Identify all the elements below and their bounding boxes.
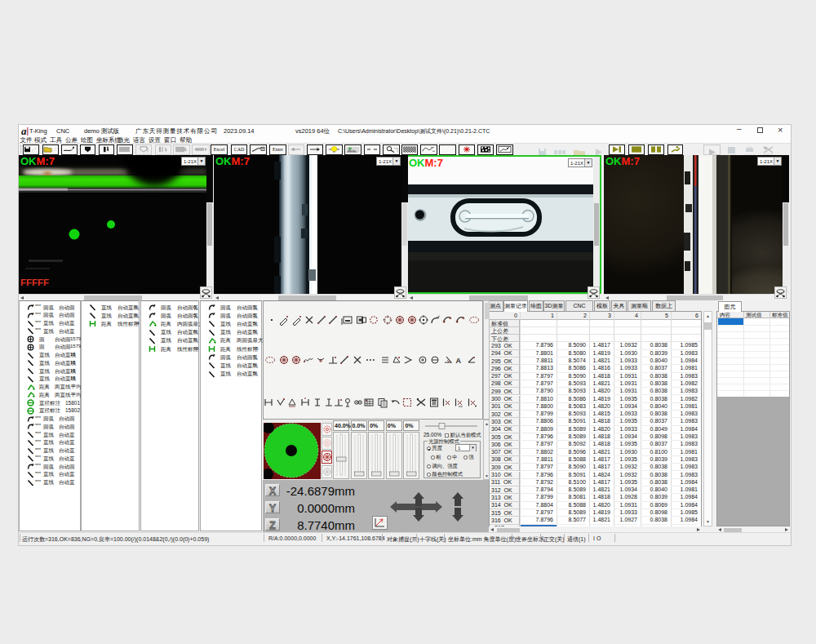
svg-text:A: A [456, 357, 462, 365]
svg-text:FFFFF: FFFFF [20, 278, 49, 287]
